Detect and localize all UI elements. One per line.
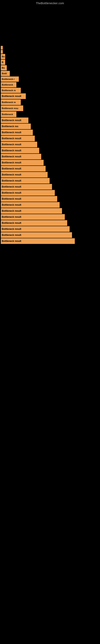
bar-row-result-20: Bottleneck result [0,226,100,232]
bar-row-result-7: Bottleneck result [0,148,100,153]
bar-row-tiny-1 [0,46,100,50]
chart-container: Bo B Bo Bottl Bottleneck r Bottleneck Bo… [0,6,100,246]
bar-row-result-19: Bottleneck result [0,220,100,226]
bar-row-bottleneck-re2: Bottleneck re [0,100,100,105]
bar-row-bottleneck-resu: Bottleneck resu [0,106,100,111]
bar-row-result-8: Bottleneck result [0,154,100,160]
bar-row-bottleneck-r: Bottleneck r [0,76,100,82]
bar-row-result-11: Bottleneck result [0,172,100,178]
bar-row-result-1: Bottleneck result [0,94,100,99]
bar-row-bottl: Bottl [0,71,100,76]
site-title: TheBottlenecker.com [0,0,100,6]
bar-row-result-4: Bottleneck result [0,130,100,135]
bar-row-result-14: Bottleneck result [0,190,100,196]
bar-row-bo1: Bo [0,65,100,70]
bar-row-result-9: Bottleneck result [0,160,100,166]
bar-row-result-18: Bottleneck result [0,214,100,220]
bar-row-result-21: Bottleneck result [0,232,100,238]
bar-row-result-5: Bottleneck result [0,136,100,141]
bar-row-result-3: Bottleneck res [0,124,100,129]
bar-row-result-2: Bottleneck result [0,118,100,123]
bar-row-result-16: Bottleneck result [0,202,100,208]
bar-row-b1: Bo [0,54,100,59]
bar-row-tiny-2 [0,50,100,54]
bar-row-b2: B [0,60,100,65]
bar-row-result-22: Bottleneck result [0,238,100,244]
bar-row-result-17: Bottleneck result [0,208,100,214]
bar-row-result-15: Bottleneck result [0,196,100,202]
bar-row-result-13: Bottleneck result [0,184,100,190]
bar-row-result-6: Bottleneck result [0,142,100,147]
bar-row-bottleneck-1: Bottleneck [0,82,100,87]
bar-row-bottleneck-2: Bottleneck [0,112,100,117]
bar-row-result-12: Bottleneck result [0,178,100,184]
bar-row-result-10: Bottleneck result [0,166,100,172]
bar-row-bottleneck-re1: Bottleneck re [0,88,100,93]
